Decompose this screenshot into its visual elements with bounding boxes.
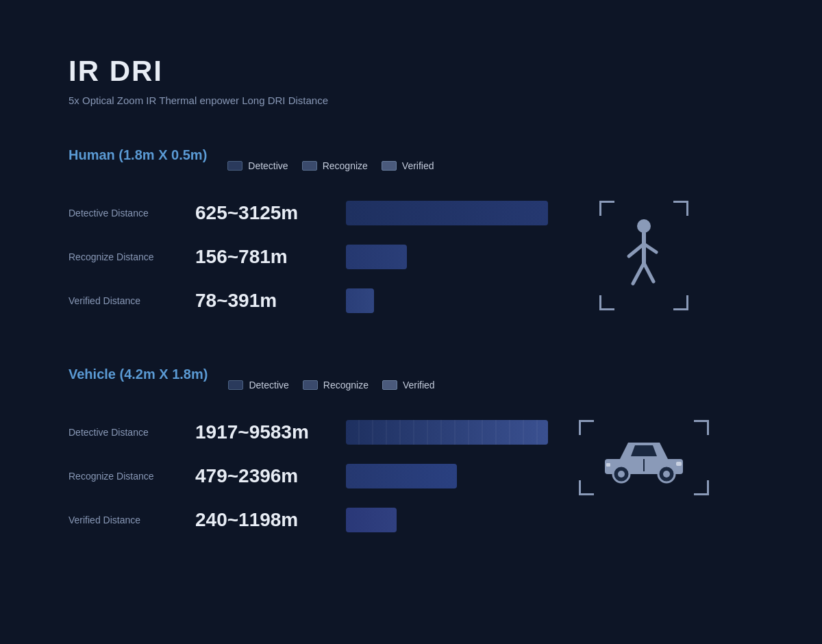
human-detective-label: Detective Distance [68, 208, 182, 219]
legend-vehicle: Detective Recognize Verified [228, 380, 434, 391]
legend-recognize: Recognize [302, 160, 368, 171]
svg-line-2 [629, 244, 644, 256]
vehicle-verified-bar-container [346, 508, 548, 532]
vehicle-target-frame [579, 420, 709, 495]
vehicle-detective-bar-container [346, 420, 548, 445]
svg-rect-13 [606, 463, 610, 467]
vehicle-icon-area [575, 420, 712, 495]
svg-line-5 [644, 263, 653, 282]
vehicle-corner-tr [694, 420, 709, 435]
human-metrics-area: Detective Distance 625~3125m Recognize D… [68, 201, 754, 332]
legend-verified: Verified [382, 160, 434, 171]
vehicle-recognize-value: 479~2396m [195, 465, 332, 487]
human-section-header: Human (1.8m X 0.5m) Detective Recognize … [68, 147, 754, 184]
human-detective-bar [346, 201, 548, 225]
human-icon [616, 216, 671, 295]
svg-line-4 [633, 263, 644, 284]
vehicle-detective-value: 1917~9583m [195, 421, 332, 443]
verified-legend-box-v [382, 380, 397, 390]
vehicle-verified-label: Verified Distance [68, 515, 182, 525]
legend-detective-v: Detective [228, 380, 288, 391]
human-recognize-label: Recognize Distance [68, 251, 182, 262]
detective-legend-label-v: Detective [249, 380, 288, 391]
detective-legend-label: Detective [248, 160, 288, 171]
human-section-title: Human (1.8m X 0.5m) [68, 147, 207, 163]
vehicle-detective-label: Detective Distance [68, 427, 182, 438]
verified-legend-label-v: Verified [403, 380, 435, 391]
human-detective-row: Detective Distance 625~3125m [68, 201, 548, 225]
vehicle-section-title: Vehicle (4.2m X 1.8m) [68, 367, 208, 382]
corner-tr [673, 201, 688, 216]
human-recognize-bar [346, 245, 407, 269]
recognize-legend-box [302, 161, 317, 171]
human-verified-bar [346, 288, 374, 313]
legend-detective: Detective [227, 160, 288, 171]
human-verified-value: 78~391m [195, 290, 332, 312]
vehicle-verified-bar [346, 508, 397, 532]
human-icon-area [575, 201, 712, 310]
vehicle-detective-bar [346, 420, 548, 445]
human-recognize-row: Recognize Distance 156~781m [68, 245, 548, 269]
car-icon [599, 429, 688, 486]
page-container: IR DRI 5x Optical Zoom IR Thermal enpowe… [0, 0, 822, 641]
vehicle-recognize-bar-container [346, 464, 548, 488]
page-title: IR DRI [68, 55, 754, 88]
corner-br [673, 295, 688, 310]
corner-tl [599, 201, 614, 216]
legend-verified-v: Verified [382, 380, 435, 391]
human-target-frame [599, 201, 688, 310]
human-recognize-bar-container [346, 245, 548, 269]
vehicle-corner-bl [579, 480, 594, 495]
page-header: IR DRI 5x Optical Zoom IR Thermal enpowe… [68, 55, 754, 106]
human-section: Human (1.8m X 0.5m) Detective Recognize … [68, 147, 754, 332]
verified-legend-label: Verified [402, 160, 434, 171]
vehicle-recognize-row: Recognize Distance 479~2396m [68, 464, 548, 488]
legend-recognize-v: Recognize [303, 380, 369, 391]
vehicle-corner-br [694, 480, 709, 495]
human-recognize-value: 156~781m [195, 246, 332, 268]
human-detective-bar-container [346, 201, 548, 225]
legend-human: Detective Recognize Verified [227, 160, 434, 171]
vehicle-metrics-area: Detective Distance 1917~9583m Recognize … [68, 420, 754, 552]
corner-bl [599, 295, 614, 310]
detective-legend-box [227, 161, 242, 171]
page-subtitle: 5x Optical Zoom IR Thermal enpower Long … [68, 95, 754, 106]
svg-rect-12 [676, 462, 682, 466]
human-detective-value: 625~3125m [195, 202, 332, 224]
recognize-legend-box-v [303, 380, 318, 390]
recognize-legend-label: Recognize [323, 160, 368, 171]
vehicle-corner-tl [579, 420, 594, 435]
human-metrics-list: Detective Distance 625~3125m Recognize D… [68, 201, 548, 332]
vehicle-recognize-bar [346, 464, 457, 488]
verified-legend-box [382, 161, 397, 171]
vehicle-detective-row: Detective Distance 1917~9583m [68, 420, 548, 445]
vehicle-recognize-label: Recognize Distance [68, 471, 182, 482]
vehicle-verified-value: 240~1198m [195, 509, 332, 531]
human-verified-row: Verified Distance 78~391m [68, 288, 548, 313]
svg-point-8 [618, 471, 625, 478]
vehicle-metrics-list: Detective Distance 1917~9583m Recognize … [68, 420, 548, 552]
human-verified-label: Verified Distance [68, 295, 182, 306]
vehicle-verified-row: Verified Distance 240~1198m [68, 508, 548, 532]
detective-legend-box-v [228, 380, 243, 390]
vehicle-section: Vehicle (4.2m X 1.8m) Detective Recogniz… [68, 367, 754, 552]
human-verified-bar-container [346, 288, 548, 313]
vehicle-section-header: Vehicle (4.2m X 1.8m) Detective Recogniz… [68, 367, 754, 403]
recognize-legend-label-v: Recognize [323, 380, 369, 391]
svg-point-10 [663, 471, 670, 478]
